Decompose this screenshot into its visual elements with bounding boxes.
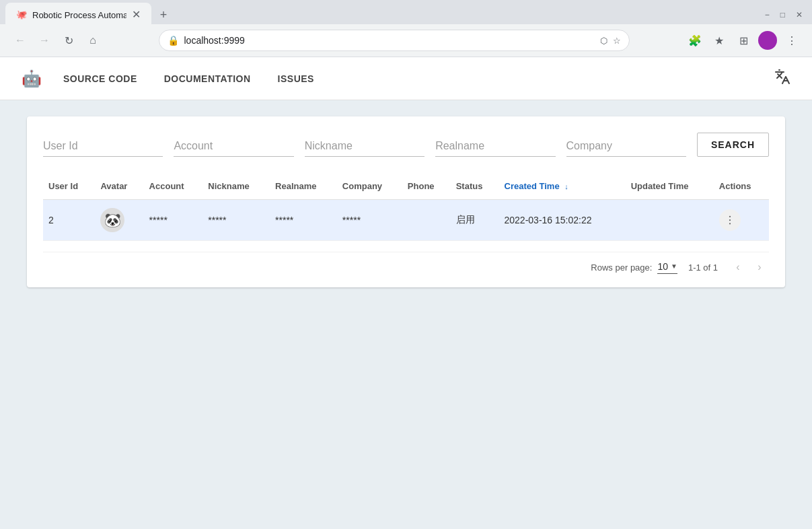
avatar: 🐼 [100, 208, 124, 232]
app-nav: SOURCE CODE DOCUMENTATION ISSUES [63, 60, 314, 98]
cell-nickname: ***** [202, 200, 270, 241]
rows-per-page-value: 10 [657, 261, 668, 272]
col-created-time[interactable]: Created Time ↓ [499, 173, 626, 200]
cell-updated-time [626, 200, 714, 241]
action-icon [724, 214, 736, 226]
url-bar[interactable]: 🔒 localhost:9999 ⬡ ☆ [159, 30, 630, 51]
table-row: 2 🐼 ***** ***** ***** [43, 200, 769, 241]
maximize-button[interactable]: □ [776, 9, 789, 21]
company-input[interactable] [566, 137, 686, 157]
col-actions: Actions [714, 173, 769, 200]
page-info: 1-1 of 1 [688, 262, 718, 273]
col-nickname: Nickname [202, 173, 270, 200]
nav-issues[interactable]: ISSUES [278, 60, 314, 98]
col-updated-time: Updated Time [626, 173, 714, 200]
app-logo: 🤖 [22, 69, 42, 88]
next-page-button[interactable]: › [750, 258, 769, 277]
url-text: localhost:9999 [184, 35, 245, 46]
sort-arrow-created: ↓ [564, 182, 568, 190]
search-row: SEARCH [43, 133, 769, 157]
table-header-row: User Id Avatar Account Nickname Realname [43, 173, 769, 200]
tab-title: Robotic Process Automation T [32, 10, 126, 20]
col-avatar: Avatar [95, 173, 143, 200]
users-table: User Id Avatar Account Nickname Realname [43, 173, 769, 241]
pagination-row: Rows per page: 10 ▼ 1-1 of 1 ‹ › [43, 252, 769, 277]
realname-input[interactable] [435, 137, 555, 157]
action-button[interactable] [719, 209, 741, 231]
cell-avatar: 🐼 [95, 200, 143, 241]
window-controls: − □ ✕ [761, 9, 812, 21]
tab-favicon: 🐙 [16, 9, 27, 20]
cell-phone [402, 200, 451, 241]
col-company: Company [337, 173, 402, 200]
cell-created-time: 2022-03-16 15:02:22 [499, 200, 626, 241]
rows-dropdown-arrow: ▼ [671, 262, 677, 270]
cell-company: ***** [337, 200, 402, 241]
tab-bar: 🐙 Robotic Process Automation T ✕ + − □ ✕ [0, 0, 812, 24]
svg-point-0 [729, 216, 731, 217]
active-tab[interactable]: 🐙 Robotic Process Automation T ✕ [5, 3, 151, 27]
svg-point-1 [729, 219, 731, 221]
col-phone: Phone [402, 173, 451, 200]
search-button[interactable]: SEARCH [697, 133, 769, 157]
nav-documentation[interactable]: DOCUMENTATION [164, 60, 251, 98]
user-id-input[interactable] [43, 137, 163, 157]
minimize-button[interactable]: − [761, 9, 774, 21]
back-button[interactable]: ← [11, 31, 30, 50]
bookmark-star-icon[interactable]: ☆ [613, 36, 621, 46]
col-account: Account [144, 173, 203, 200]
browser-chrome: 🐙 Robotic Process Automation T ✕ + − □ ✕… [0, 0, 812, 57]
profile-switcher-icon[interactable]: ⊞ [734, 31, 753, 50]
extensions-icon[interactable]: 🧩 [686, 31, 704, 50]
prev-page-button[interactable]: ‹ [729, 258, 747, 277]
home-button[interactable]: ⌂ [83, 31, 102, 50]
col-user-id: User Id [43, 173, 95, 200]
menu-icon[interactable]: ⋮ [782, 31, 801, 50]
close-button[interactable]: ✕ [792, 9, 807, 21]
nav-source-code[interactable]: SOURCE CODE [63, 60, 137, 98]
account-input[interactable] [174, 137, 293, 157]
cell-user-id: 2 [43, 200, 95, 241]
account-field [174, 137, 293, 157]
rows-per-page-select[interactable]: 10 ▼ [657, 261, 677, 274]
refresh-button[interactable]: ↻ [59, 31, 78, 50]
cell-realname: ***** [270, 200, 337, 241]
rows-per-page: Rows per page: 10 ▼ [591, 261, 677, 274]
forward-button[interactable]: → [35, 31, 54, 50]
col-realname: Realname [270, 173, 337, 200]
app-header: 🤖 SOURCE CODE DOCUMENTATION ISSUES [0, 57, 812, 100]
rows-per-page-label: Rows per page: [591, 262, 652, 273]
company-field [566, 137, 686, 157]
bookmark-icon[interactable]: ★ [710, 31, 729, 50]
user-avatar-icon[interactable] [758, 31, 777, 50]
address-bar: ← → ↻ ⌂ 🔒 localhost:9999 ⬡ ☆ 🧩 ★ ⊞ ⋮ [0, 24, 812, 57]
tab-close-button[interactable]: ✕ [132, 9, 141, 20]
cell-actions [714, 200, 769, 241]
browser-right-icons: 🧩 ★ ⊞ ⋮ [686, 31, 801, 50]
cell-status: 启用 [451, 200, 499, 241]
lock-icon: 🔒 [168, 35, 179, 46]
main-content: SEARCH User Id Avatar Account Nickname [0, 100, 812, 304]
col-status: Status [451, 173, 499, 200]
realname-field [435, 137, 555, 157]
user-id-field [43, 137, 163, 157]
svg-point-2 [729, 223, 731, 224]
new-tab-button[interactable]: + [154, 5, 173, 24]
share-icon[interactable]: ⬡ [600, 36, 607, 46]
page-navigation: ‹ › [729, 258, 769, 277]
nickname-input[interactable] [305, 137, 425, 157]
avatar-image: 🐼 [104, 212, 121, 228]
cell-account: ***** [144, 200, 203, 241]
nickname-field [305, 137, 425, 157]
content-card: SEARCH User Id Avatar Account Nickname [27, 116, 785, 287]
translate-icon[interactable] [774, 69, 790, 89]
